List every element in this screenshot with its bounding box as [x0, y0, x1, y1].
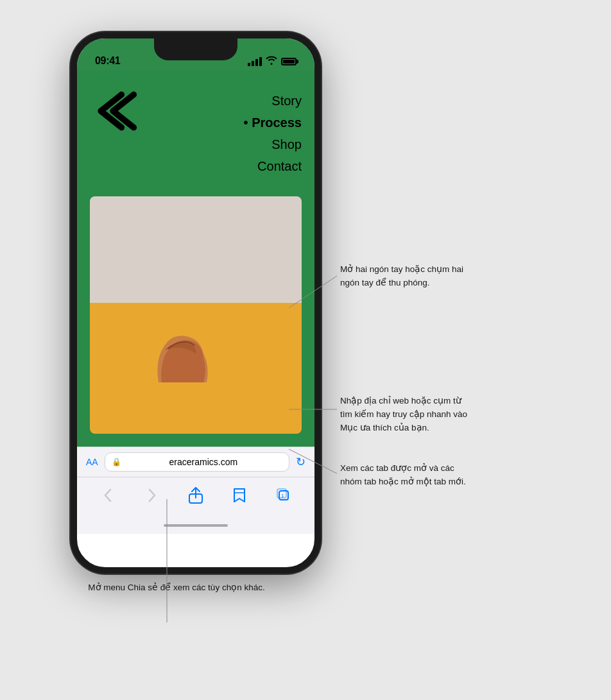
annotation-address-bar: Nhập địa chỉ web hoặc cụm từ tìm kiếm ha…: [340, 395, 475, 435]
home-indicator: [77, 520, 314, 534]
reload-button[interactable]: ↻: [296, 455, 306, 469]
nav-shop[interactable]: Shop: [244, 133, 302, 155]
wifi-icon: [266, 56, 277, 67]
url-text: eraceramics.com: [125, 457, 282, 467]
nav-story[interactable]: Story: [244, 90, 302, 112]
site-header: Story Process Shop Contact: [90, 81, 302, 190]
nav-contact[interactable]: Contact: [244, 155, 302, 177]
ceramic-object-svg: [146, 325, 229, 395]
bookmarks-button[interactable]: [225, 484, 254, 507]
status-time: 09:41: [95, 55, 120, 67]
battery-icon: [281, 58, 297, 65]
svg-text:1: 1: [281, 493, 284, 499]
website-content[interactable]: Story Process Shop Contact: [77, 71, 314, 447]
forward-button[interactable]: [138, 484, 166, 507]
bottom-nav: 1: [77, 477, 314, 520]
tabs-button[interactable]: 1: [270, 484, 298, 507]
annotation-pinch-zoom: Mở hai ngón tay hoặc chụm hai ngón tay đ…: [340, 263, 475, 290]
phone-mockup: 09:41: [32, 19, 321, 594]
annotation-tabs: Xem các tab được mở và các nhóm tab hoặc…: [340, 462, 475, 489]
back-button[interactable]: [94, 484, 122, 507]
lock-icon: 🔒: [112, 457, 121, 466]
product-image: [90, 196, 302, 434]
site-logo: [90, 87, 151, 141]
annotation-share: Mở menu Chia sẻ để xem các tùy chọn khác…: [80, 581, 273, 594]
nav-menu: Story Process Shop Contact: [244, 87, 302, 177]
status-icons: [248, 56, 297, 67]
notch: [154, 38, 237, 60]
share-button[interactable]: [182, 484, 210, 507]
browser-bar: AA 🔒 eraceramics.com ↻: [77, 447, 314, 477]
signal-icon: [248, 57, 262, 66]
aa-button[interactable]: AA: [86, 457, 98, 467]
phone-shell: 09:41: [71, 32, 321, 574]
url-pill[interactable]: 🔒 eraceramics.com: [105, 452, 289, 472]
nav-process[interactable]: Process: [244, 112, 302, 133]
